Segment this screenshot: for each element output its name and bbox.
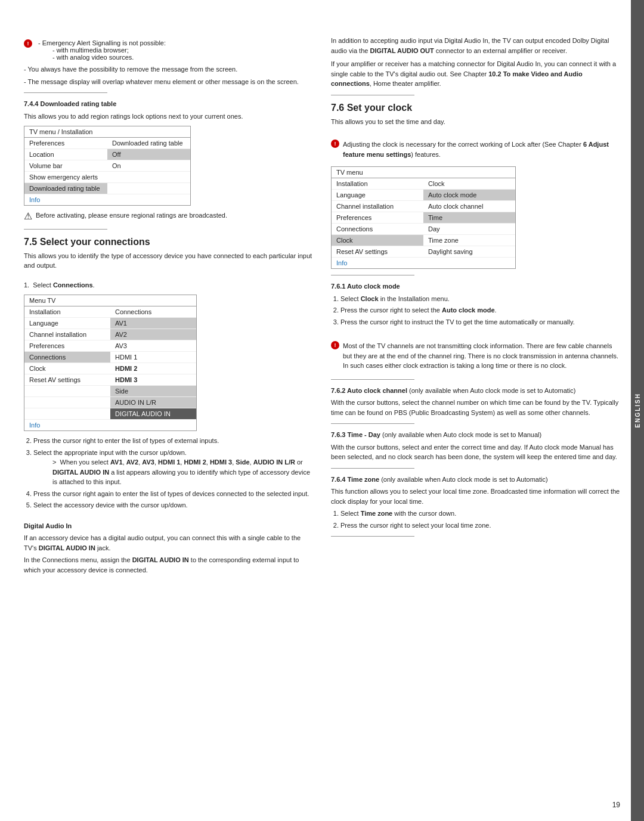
- menu-row-chaninst: Channel installation AV2: [24, 329, 196, 340]
- section-763-title: 7.6.3 Time - Day (only available when Au…: [331, 430, 620, 440]
- step5-75: Select the accessory device with the cur…: [33, 500, 313, 510]
- side-language-tab: ENGLISH: [631, 0, 644, 821]
- menu-cell-av1: AV1: [110, 318, 196, 329]
- menu-cell-clock-76: Clock: [423, 178, 515, 189]
- menu-cell-resetav: Reset AV settings: [24, 374, 110, 385]
- menu-row-prefs-75: Preferences AV3: [24, 340, 196, 352]
- menu-cell-on: On: [107, 160, 190, 171]
- menu-cell-clock-75: Clock: [24, 363, 110, 374]
- menu-cell-volumebar: Volume bar: [24, 160, 107, 171]
- step4-75: Press the cursor right again to enter th…: [33, 489, 313, 499]
- alert-body2: - The message display will overlap whate…: [24, 77, 313, 87]
- right-intro2: If your amplifier or receiver has a matc…: [331, 59, 620, 89]
- step2-764: Press the cursor right to select your lo…: [340, 521, 620, 531]
- menu-cell-emergency: Show emergency alerts: [24, 172, 107, 182]
- note-761-text: Most of the TV channels are not transmit…: [343, 341, 620, 371]
- step2-75: Press the cursor right to enter the list…: [33, 436, 313, 446]
- section-75-body: This allows you to identify the type of …: [24, 251, 313, 271]
- menu-cell-conn-76: Connections: [332, 224, 423, 234]
- menu-cell-emergency-val: [107, 172, 190, 182]
- steps-list-75: Press the cursor right to enter the list…: [33, 436, 313, 510]
- menu-cell-day: Day: [423, 224, 515, 234]
- section-762-body: With the cursor buttons, select the chan…: [331, 398, 620, 417]
- section-763-body: With the cursor buttons, select and ente…: [331, 442, 620, 462]
- menu-cell-resetav-76: Reset AV settings: [332, 246, 423, 257]
- menu-info-75: Info: [24, 420, 45, 430]
- section-75-step1-label: 1. Select Connections.: [24, 280, 313, 290]
- menu-row-emergency: Show emergency alerts: [24, 172, 190, 183]
- menu-row-volume: Volume bar On: [24, 160, 190, 172]
- menu-table-744: TV menu / Installation Preferences Downl…: [24, 126, 191, 206]
- menu-cell-hdmi3: HDMI 3: [110, 374, 196, 385]
- menu-cell-empty3: [24, 408, 110, 419]
- menu-row-lang-76: Language Auto clock mode: [332, 190, 515, 201]
- section-744-body: This allows you to add region ratings lo…: [24, 111, 313, 122]
- divider4: [331, 275, 414, 275]
- menu-row-side: Side: [24, 386, 196, 397]
- menu-cell-side: Side: [110, 386, 196, 396]
- menu-row-info-76: Info: [332, 258, 515, 268]
- menu-cell-pref-value: Downloaded rating table: [107, 138, 190, 148]
- alert-body1: - You always have the possibility to rem…: [24, 64, 313, 75]
- menu-info-76: Info: [332, 258, 352, 268]
- menu-row-inst-clock: Installation Clock: [332, 178, 515, 190]
- divider6: [331, 423, 414, 424]
- menu-row-conn-76: Connections Day: [332, 224, 515, 235]
- menu-row-inst-conn: Installation Connections: [24, 306, 196, 318]
- alert-icon: !: [24, 39, 32, 48]
- menu-row-audioinlr: AUDIO IN L/R: [24, 397, 196, 408]
- section-76-heading: 7.6 Set your clock: [331, 103, 620, 113]
- menu-row-conn-75: Connections HDMI 1: [24, 352, 196, 363]
- menu-cell-clock-sel: Clock: [332, 235, 423, 246]
- menu-row-resetav: Reset AV settings HDMI 3: [24, 374, 196, 386]
- menu-row-clock-sel: Clock Time zone: [332, 235, 515, 246]
- note-761: ! Most of the TV channels are not transm…: [331, 341, 620, 373]
- menu-cell-digitalaudio: DIGITAL AUDIO IN: [110, 408, 196, 419]
- menu-cell-chanin-76: Channel installation: [332, 201, 423, 212]
- note-76-text: Adjusting the clock is necessary for the…: [343, 140, 620, 159]
- warning-note-744: ⚠ Before activating, please ensure regio…: [24, 210, 313, 223]
- digital-audio-in-title: Digital Audio In: [24, 521, 313, 531]
- divider7: [331, 468, 414, 469]
- menu-cell-lang-76: Language: [332, 190, 423, 200]
- menu-cell-autoclockchan: Auto clock channel: [423, 201, 515, 212]
- divider8: [331, 536, 414, 537]
- section-764-body: This function allows you to select your …: [331, 487, 620, 506]
- menu-cell-empty1: [24, 386, 110, 396]
- digital-audio-in-body1: If an accessory device has a digital aud…: [24, 533, 313, 553]
- warning-text-744: Before activating, please ensure regiona…: [36, 210, 227, 221]
- menu-cell-av3: AV3: [110, 340, 196, 351]
- menu-cell-prefs-76: Preferences: [332, 212, 423, 223]
- menu-row-digitalaudio: DIGITAL AUDIO IN: [24, 408, 196, 420]
- divider5: [331, 379, 414, 380]
- menu-cell-downloaded-val: [107, 183, 190, 194]
- menu-header-76: TV menu: [332, 167, 515, 178]
- page-number: 19: [612, 801, 620, 809]
- menu-cell-hdmi2: HDMI 2: [110, 363, 196, 374]
- alert-line2: - with multimedia browser;: [52, 47, 129, 54]
- menu-cell-audioinlr: AUDIO IN L/R: [110, 397, 196, 408]
- menu-cell-location: Location: [24, 149, 107, 160]
- alert-icon-761: !: [331, 341, 339, 349]
- menu-table-76: TV menu Installation Clock Language Auto…: [331, 166, 516, 269]
- warning-icon-744: ⚠: [24, 210, 32, 222]
- digital-audio-in-body2: In the Connections menu, assign the DIGI…: [24, 555, 313, 575]
- menu-cell-daylight: Daylight saving: [423, 246, 515, 257]
- menu-info-744: Info: [24, 194, 45, 205]
- menu-row-info-75: Info: [24, 420, 196, 430]
- menu-cell-chaninst: Channel installation: [24, 329, 110, 340]
- menu-cell-installation-75: Installation: [24, 306, 110, 317]
- section-764-title: 7.6.4 Time zone (only available when Aut…: [331, 475, 620, 485]
- menu-cell-hdmi1: HDMI 1: [110, 352, 196, 363]
- menu-cell-installation-76: Installation: [332, 178, 423, 189]
- menu-cell-downloaded: Downloaded rating table: [24, 183, 107, 194]
- divider3: [331, 95, 414, 95]
- section-762-title: 7.6.2 Auto clock channel (only available…: [331, 386, 620, 396]
- menu-row-clock-75: Clock HDMI 2: [24, 363, 196, 374]
- alert-icon-76: !: [331, 140, 339, 148]
- section-75-heading: 7.5 Select your connections: [24, 237, 313, 247]
- menu-cell-connections-75: Connections: [110, 306, 196, 317]
- menu-row-prefs-76: Preferences Time: [332, 212, 515, 224]
- section-76-body: This allows you to set the time and day.: [331, 117, 620, 127]
- menu-cell-pref-label: Preferences: [24, 138, 107, 148]
